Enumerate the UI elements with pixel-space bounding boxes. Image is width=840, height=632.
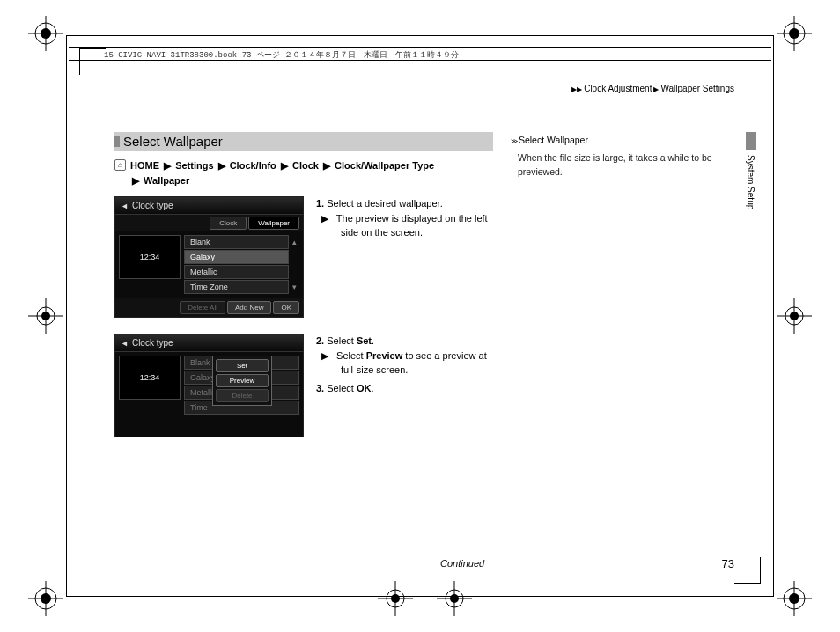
page-number: 73 (722, 557, 734, 570)
tab-clock[interactable]: Clock (210, 217, 247, 230)
breadcrumb: ▶▶Clock Adjustment▶Wallpaper Settings (570, 84, 734, 93)
path-item: Clock/Wallpaper Type (335, 160, 434, 171)
ok-button[interactable]: OK (273, 301, 299, 314)
book-source-header: 15 CIVIC NAVI-31TR38300.book 73 ページ ２０１４… (69, 47, 771, 61)
step-text: Select a desired wallpaper. (327, 198, 442, 209)
step-subtext: Select (336, 350, 366, 361)
path-item: Clock (292, 160, 319, 171)
instruction-steps: 1. Select a desired wallpaper. ▶ The pre… (316, 196, 493, 318)
step-text: . (371, 383, 373, 393)
context-popup: Set Preview Delete (212, 356, 272, 406)
step-subtext: The preview is displayed on the left sid… (336, 213, 488, 239)
screen-title: Clock type (132, 201, 173, 210)
screenshot-clock-type-list: ◄ Clock type Clock Wallpaper 12:34 Blank… (114, 196, 304, 318)
triangle-icon: ▶ (323, 158, 330, 173)
cropmark-icon (28, 16, 63, 51)
path-item: Settings (175, 160, 213, 171)
corner-brace-icon (734, 557, 761, 584)
preview-time: 12:34 (140, 253, 160, 261)
triangle-icon: ▶ (218, 158, 225, 173)
back-icon[interactable]: ◄ (121, 202, 129, 210)
cropmark-icon (28, 298, 63, 334)
cropmark-icon (777, 581, 812, 616)
back-icon[interactable]: ◄ (121, 339, 129, 348)
screen-title-bar: ◄ Clock type (115, 334, 303, 352)
note-body-text: When the file size is large, it takes a … (511, 151, 731, 180)
cropmark-icon (777, 16, 812, 51)
add-new-button[interactable]: Add New (227, 301, 271, 314)
scroll-up-icon[interactable]: ▴ (289, 238, 299, 246)
note-marker-icon: ≫ (511, 137, 516, 145)
screenshot-clock-type-popup: ◄ Clock type 12:34 Blank Galaxy Metallic… (114, 334, 304, 437)
chapter-tab-marker (746, 132, 756, 150)
path-item: Clock/Info (230, 160, 276, 171)
chapter-tab-label: System Setup (746, 155, 755, 209)
path-item: HOME (130, 160, 159, 171)
chapter-tab: System Setup (746, 132, 756, 211)
cropmark-icon (777, 298, 812, 334)
triangle-icon: ▶ (653, 85, 659, 93)
wallpaper-preview: 12:34 (119, 356, 181, 400)
screen-title: Clock type (132, 338, 173, 348)
preview-time: 12:34 (140, 373, 160, 382)
step-keyword: OK (357, 383, 372, 393)
screen-title-bar: ◄ Clock type (115, 197, 303, 215)
path-item: Wallpaper (144, 175, 189, 186)
delete-button[interactable]: Delete (216, 389, 269, 402)
step-number: 2. (316, 335, 324, 346)
triangle-icon: ▶ (281, 158, 288, 173)
step-number: 1. (316, 198, 324, 209)
list-item[interactable]: Blank (184, 235, 289, 249)
menu-path: ⌂ HOME ▶ Settings ▶ Clock/Info ▶ Clock ▶… (114, 158, 493, 196)
section-heading: Select Wallpaper (114, 132, 493, 151)
continued-label: Continued (440, 558, 484, 569)
wallpaper-list: Blank▴ Galaxy Metallic Time Zone▾ (184, 235, 299, 294)
triangle-icon: ▶ (132, 173, 139, 188)
home-icon: ⌂ (114, 159, 126, 171)
cropmark-icon (28, 581, 63, 616)
scroll-down-icon[interactable]: ▾ (289, 283, 299, 291)
breadcrumb-part: Wallpaper Settings (660, 84, 734, 93)
sidebar-note: ≫ Select Wallpaper When the file size is… (511, 134, 731, 179)
step-text: Select (327, 383, 357, 393)
step-keyword: Preview (366, 350, 403, 361)
wallpaper-preview: 12:34 (119, 235, 181, 279)
breadcrumb-part: Clock Adjustment (584, 84, 652, 93)
step-keyword: Set (357, 335, 372, 346)
preview-button[interactable]: Preview (216, 374, 269, 387)
list-item[interactable]: Time Zone (184, 280, 289, 294)
step-number: 3. (316, 383, 324, 393)
instruction-steps: 2. Select Set. ▶ Select Preview to see a… (316, 334, 493, 437)
set-button[interactable]: Set (216, 359, 269, 372)
triangle-icon: ▶▶ (571, 85, 582, 93)
step-text: . (372, 335, 374, 346)
note-title-text: Select Wallpaper (519, 135, 588, 145)
triangle-icon: ▶ (164, 158, 171, 173)
step-text: Select (327, 335, 357, 346)
list-item[interactable]: Galaxy (184, 250, 289, 264)
tab-wallpaper[interactable]: Wallpaper (248, 217, 299, 230)
delete-all-button[interactable]: Delete All (180, 301, 225, 314)
list-item[interactable]: Metallic (184, 265, 289, 279)
